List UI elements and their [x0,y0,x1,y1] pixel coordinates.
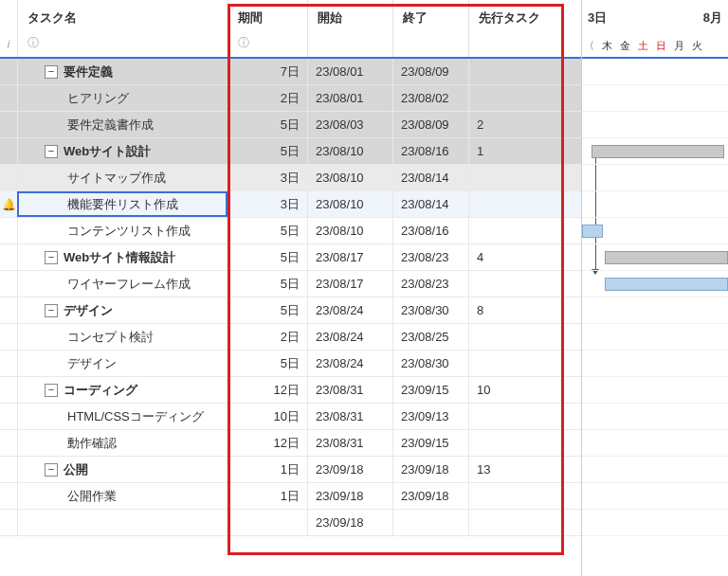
cell-predecessor[interactable] [468,59,559,84]
cell-end[interactable]: 23/08/02 [392,85,468,111]
cell-start[interactable]: 23/09/18 [307,483,392,509]
cell-start[interactable]: 23/08/10 [307,191,392,217]
cell-task-name[interactable]: 要件定義書作成 [17,112,228,137]
table-row[interactable]: −Webサイト設計5日23/08/1023/08/161 [0,138,581,165]
gantt-row[interactable] [582,457,728,483]
cell-task-name[interactable]: コンテンツリスト作成 [17,218,228,243]
col-header-duration[interactable]: 期間 ⓘ [228,0,307,57]
cell-start[interactable]: 23/08/01 [307,85,392,111]
gantt-row[interactable] [582,351,728,377]
gantt-bar[interactable] [605,278,728,291]
cell-duration[interactable]: 1日 [228,457,307,482]
cell-predecessor[interactable] [468,165,559,190]
cell-task-name[interactable]: ヒアリング [17,85,228,111]
table-row[interactable]: 動作確認12日23/08/3123/09/15 [0,430,581,457]
table-row[interactable]: ヒアリング2日23/08/0123/08/02 [0,85,581,112]
cell-start[interactable]: 23/08/17 [307,271,392,297]
collapse-toggle[interactable]: − [45,145,58,158]
cell-end[interactable]: 23/08/30 [392,297,468,323]
cell-start[interactable]: 23/08/24 [307,297,392,323]
cell-start[interactable]: 23/08/10 [307,218,392,243]
table-row[interactable]: −コーディング12日23/08/3123/09/1510 [0,377,581,404]
collapse-toggle[interactable]: − [45,251,58,264]
gantt-row[interactable] [582,218,728,244]
cell-task-name[interactable] [17,510,228,535]
cell-end[interactable]: 23/09/15 [392,377,468,403]
cell-end[interactable]: 23/08/23 [392,244,468,270]
gantt-row[interactable] [582,112,728,138]
cell-task-name[interactable]: デザイン [17,351,228,376]
gantt-bar[interactable] [605,251,728,264]
cell-start[interactable]: 23/08/10 [307,165,392,190]
cell-duration[interactable] [228,510,307,535]
table-row[interactable]: コンテンツリスト作成5日23/08/1023/08/16 [0,218,581,244]
cell-end[interactable]: 23/09/13 [392,404,468,429]
cell-predecessor[interactable] [468,404,559,429]
cell-duration[interactable]: 3日 [228,165,307,190]
cell-task-name[interactable]: 公開作業 [17,483,228,509]
gantt-row[interactable] [582,59,728,85]
cell-duration[interactable]: 5日 [228,244,307,270]
gantt-row[interactable] [582,324,728,351]
cell-predecessor[interactable] [468,324,559,350]
gantt-row[interactable] [582,271,728,297]
collapse-toggle[interactable]: − [45,304,58,317]
cell-predecessor[interactable]: 4 [468,244,559,270]
cell-start[interactable]: 23/08/17 [307,244,392,270]
gantt-row[interactable] [582,483,728,510]
table-row[interactable]: コンセプト検討2日23/08/2423/08/25 [0,324,581,351]
collapse-toggle[interactable]: − [45,65,58,79]
table-row[interactable]: サイトマップ作成3日23/08/1023/08/14 [0,165,581,191]
cell-start[interactable]: 23/08/31 [307,404,392,429]
gantt-row[interactable] [582,85,728,112]
cell-start[interactable]: 23/08/31 [307,430,392,456]
cell-end[interactable]: 23/08/30 [392,351,468,376]
cell-duration[interactable]: 5日 [228,351,307,376]
cell-task-name[interactable]: −Webサイト設計 [17,138,228,164]
gantt-bar[interactable] [582,225,603,238]
col-header-start[interactable]: 開始 [307,0,392,57]
col-header-predecessor[interactable]: 先行タスク [468,0,559,57]
cell-duration[interactable]: 12日 [228,377,307,403]
cell-predecessor[interactable]: 1 [468,138,559,164]
cell-predecessor[interactable]: 8 [468,297,559,323]
table-row[interactable]: ワイヤーフレーム作成5日23/08/1723/08/23 [0,271,581,297]
cell-predecessor[interactable] [468,85,559,111]
cell-end[interactable]: 23/08/16 [392,218,468,243]
cell-task-name[interactable]: −Webサイト情報設計 [17,244,228,270]
cell-predecessor[interactable] [468,430,559,456]
cell-start[interactable]: 23/08/24 [307,351,392,376]
cell-end[interactable]: 23/08/25 [392,324,468,350]
cell-duration[interactable]: 10日 [228,404,307,429]
cell-duration[interactable]: 7日 [228,59,307,84]
gantt-row[interactable] [582,430,728,457]
cell-end[interactable]: 23/08/09 [392,59,468,84]
table-row[interactable]: −公開1日23/09/1823/09/1813 [0,457,581,483]
gantt-row[interactable] [582,510,728,536]
cell-end[interactable]: 23/09/15 [392,430,468,456]
gantt-row[interactable] [582,404,728,430]
cell-task-name[interactable]: 機能要件リスト作成 [17,191,228,217]
cell-task-name[interactable]: −公開 [17,457,228,482]
collapse-toggle[interactable]: − [45,463,58,477]
table-row[interactable]: 🔔機能要件リスト作成3日23/08/1023/08/14 [0,191,581,218]
cell-end[interactable]: 23/09/18 [392,457,468,482]
table-row[interactable]: デザイン5日23/08/2423/08/30 [0,351,581,377]
cell-predecessor[interactable]: 2 [468,112,559,137]
cell-duration[interactable]: 5日 [228,112,307,137]
cell-start[interactable]: 23/08/31 [307,377,392,403]
cell-end[interactable] [392,510,468,535]
cell-start[interactable]: 23/08/03 [307,112,392,137]
cell-duration[interactable]: 5日 [228,297,307,323]
cell-duration[interactable]: 2日 [228,85,307,111]
gantt-row[interactable] [582,165,728,191]
col-header-end[interactable]: 終了 [392,0,468,57]
table-row[interactable]: −要件定義7日23/08/0123/08/09 [0,59,581,85]
cell-predecessor[interactable] [468,510,559,535]
gantt-row[interactable] [582,138,728,165]
cell-duration[interactable]: 12日 [228,430,307,456]
gantt-row[interactable] [582,377,728,404]
table-row[interactable]: −Webサイト情報設計5日23/08/1723/08/234 [0,244,581,271]
gantt-chart[interactable]: 3日 8月 〈木金土日月火 [582,0,728,576]
gantt-row[interactable] [582,191,728,218]
